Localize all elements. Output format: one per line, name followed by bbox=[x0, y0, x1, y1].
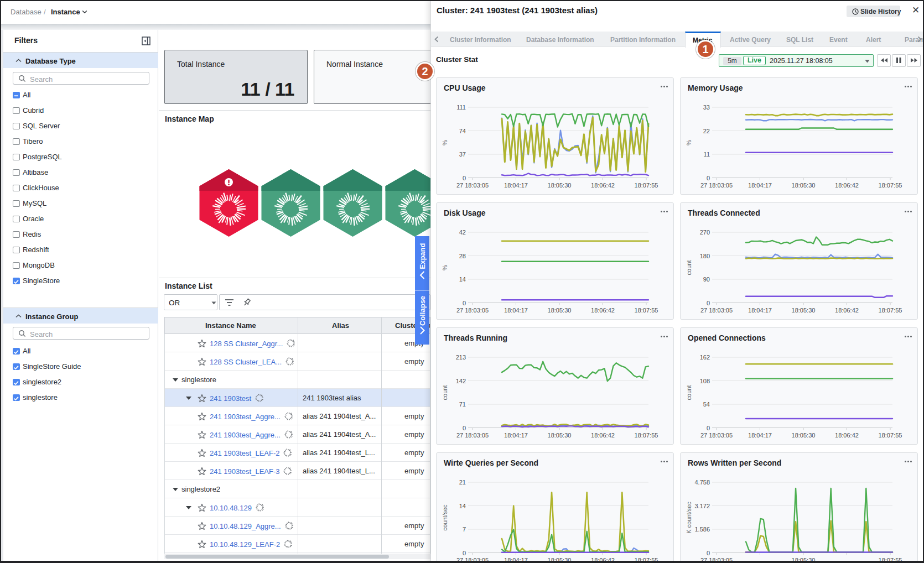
svg-text:count/sec: count/sec bbox=[442, 504, 448, 531]
svg-text:71: 71 bbox=[459, 401, 466, 408]
svg-text:K count/sec: K count/sec bbox=[686, 502, 692, 534]
svg-text:42: 42 bbox=[459, 229, 466, 236]
svg-text:18:06:42: 18:06:42 bbox=[591, 182, 615, 189]
svg-text:0: 0 bbox=[707, 175, 710, 181]
svg-text:27 18:03:05: 27 18:03:05 bbox=[456, 557, 489, 563]
svg-text:18:05:30: 18:05:30 bbox=[548, 307, 572, 314]
svg-text:11: 11 bbox=[704, 151, 710, 158]
svg-text:14: 14 bbox=[459, 503, 466, 509]
svg-text:18:06:42: 18:06:42 bbox=[591, 432, 615, 439]
svg-text:18:07:55: 18:07:55 bbox=[879, 432, 902, 439]
svg-text:18:05:30: 18:05:30 bbox=[792, 432, 816, 439]
svg-text:90: 90 bbox=[703, 276, 710, 283]
svg-text:18:07:55: 18:07:55 bbox=[635, 432, 658, 439]
svg-text:18:04:17: 18:04:17 bbox=[504, 557, 528, 563]
svg-text:0: 0 bbox=[463, 550, 466, 556]
svg-text:18:07:55: 18:07:55 bbox=[635, 182, 658, 189]
svg-text:18:05:30: 18:05:30 bbox=[548, 182, 572, 189]
svg-text:74: 74 bbox=[459, 128, 466, 134]
svg-text:213: 213 bbox=[456, 354, 466, 361]
svg-text:18:05:30: 18:05:30 bbox=[792, 307, 816, 314]
svg-text:18:05:30: 18:05:30 bbox=[548, 557, 572, 563]
svg-text:18:04:17: 18:04:17 bbox=[748, 432, 772, 439]
svg-text:37: 37 bbox=[459, 151, 466, 158]
svg-text:%: % bbox=[686, 140, 692, 145]
svg-text:count: count bbox=[686, 385, 692, 400]
svg-text:18:07:55: 18:07:55 bbox=[879, 557, 902, 563]
svg-text:18:04:17: 18:04:17 bbox=[504, 432, 528, 439]
svg-text:7: 7 bbox=[463, 526, 466, 533]
svg-text:18:06:42: 18:06:42 bbox=[835, 307, 859, 314]
svg-text:18:04:17: 18:04:17 bbox=[748, 307, 772, 314]
svg-text:18:04:17: 18:04:17 bbox=[748, 182, 772, 189]
svg-text:0: 0 bbox=[463, 300, 466, 306]
svg-text:18:05:30: 18:05:30 bbox=[792, 557, 816, 563]
svg-text:18:05:30: 18:05:30 bbox=[792, 182, 816, 189]
svg-text:27 18:03:05: 27 18:03:05 bbox=[700, 182, 733, 189]
svg-text:27 18:03:05: 27 18:03:05 bbox=[456, 307, 489, 314]
svg-text:18:06:42: 18:06:42 bbox=[835, 432, 859, 439]
svg-text:33: 33 bbox=[703, 104, 710, 111]
svg-text:18:07:55: 18:07:55 bbox=[879, 307, 902, 314]
svg-text:Collapse: Collapse bbox=[418, 296, 427, 326]
svg-text:18:05:30: 18:05:30 bbox=[548, 432, 572, 439]
svg-text:4.758: 4.758 bbox=[694, 479, 710, 486]
svg-text:108: 108 bbox=[700, 378, 710, 384]
svg-text:18:06:42: 18:06:42 bbox=[591, 307, 615, 314]
svg-text:0: 0 bbox=[707, 550, 710, 556]
svg-text:0: 0 bbox=[707, 300, 710, 306]
svg-text:0: 0 bbox=[463, 175, 466, 181]
svg-text:0: 0 bbox=[707, 425, 710, 431]
svg-text:142: 142 bbox=[456, 378, 466, 384]
svg-text:%: % bbox=[442, 140, 448, 145]
svg-text:111: 111 bbox=[456, 104, 466, 111]
svg-text:18:06:42: 18:06:42 bbox=[591, 557, 615, 563]
svg-text:18:07:55: 18:07:55 bbox=[879, 182, 902, 189]
svg-text:270: 270 bbox=[700, 229, 710, 236]
svg-text:27 18:03:05: 27 18:03:05 bbox=[700, 307, 733, 314]
svg-text:Expand: Expand bbox=[418, 243, 427, 269]
svg-text:count: count bbox=[442, 385, 448, 400]
svg-text:%: % bbox=[442, 265, 448, 270]
svg-text:28: 28 bbox=[459, 253, 466, 259]
svg-text:21: 21 bbox=[459, 479, 466, 486]
svg-text:18:07:55: 18:07:55 bbox=[635, 557, 658, 563]
svg-text:3.172: 3.172 bbox=[694, 503, 710, 509]
svg-text:18:07:55: 18:07:55 bbox=[635, 307, 658, 314]
svg-text:27 18:03:05: 27 18:03:05 bbox=[700, 432, 733, 439]
svg-text:54: 54 bbox=[703, 401, 710, 408]
svg-text:18:04:17: 18:04:17 bbox=[504, 182, 528, 189]
svg-text:22: 22 bbox=[703, 128, 710, 134]
svg-text:18:06:42: 18:06:42 bbox=[835, 182, 859, 189]
svg-text:18:04:17: 18:04:17 bbox=[504, 307, 528, 314]
svg-text:27 18:03:05: 27 18:03:05 bbox=[456, 182, 489, 189]
svg-text:27 18:03:05: 27 18:03:05 bbox=[456, 432, 489, 439]
svg-text:180: 180 bbox=[700, 253, 710, 259]
svg-text:0: 0 bbox=[463, 425, 466, 431]
svg-text:count: count bbox=[686, 260, 692, 275]
svg-text:14: 14 bbox=[459, 276, 466, 283]
svg-text:1.586: 1.586 bbox=[694, 526, 710, 533]
svg-text:27 18:03:05: 27 18:03:05 bbox=[700, 557, 733, 563]
svg-text:162: 162 bbox=[700, 354, 710, 361]
